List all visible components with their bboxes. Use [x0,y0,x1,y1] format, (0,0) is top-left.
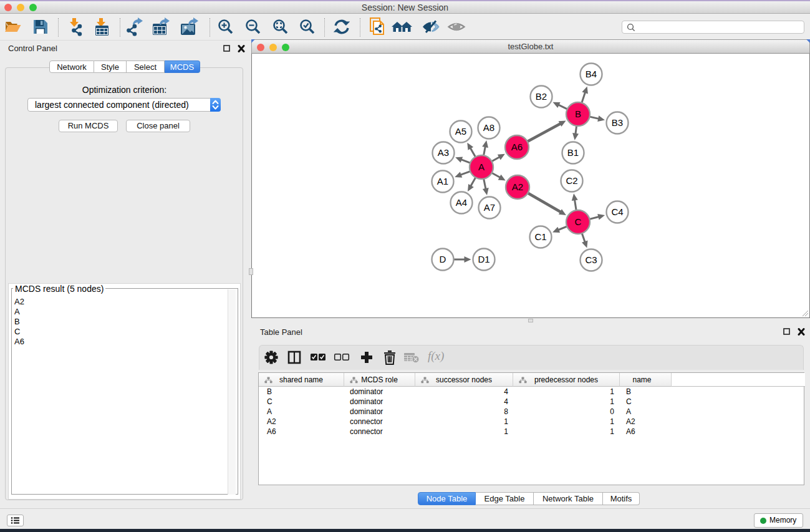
svg-text:C2: C2 [566,175,577,186]
svg-text:A5: A5 [455,126,466,137]
svg-text:D: D [440,254,446,264]
svg-text:A2: A2 [512,181,523,192]
svg-text:A6: A6 [511,142,523,152]
svg-text:A8: A8 [483,122,494,133]
svg-text:C1: C1 [534,231,546,242]
svg-text:D1: D1 [478,254,489,264]
svg-text:A7: A7 [484,202,495,213]
svg-text:B: B [575,109,581,119]
svg-text:A3: A3 [438,147,449,158]
svg-text:A4: A4 [456,197,467,208]
svg-text:C3: C3 [585,254,597,265]
svg-text:B2: B2 [536,91,547,102]
svg-text:A1: A1 [437,176,448,186]
svg-text:C: C [575,216,582,227]
svg-text:A: A [478,162,485,172]
svg-text:C4: C4 [611,206,623,217]
svg-text:B4: B4 [586,69,597,79]
svg-text:B1: B1 [567,147,579,158]
svg-text:B3: B3 [612,117,623,128]
